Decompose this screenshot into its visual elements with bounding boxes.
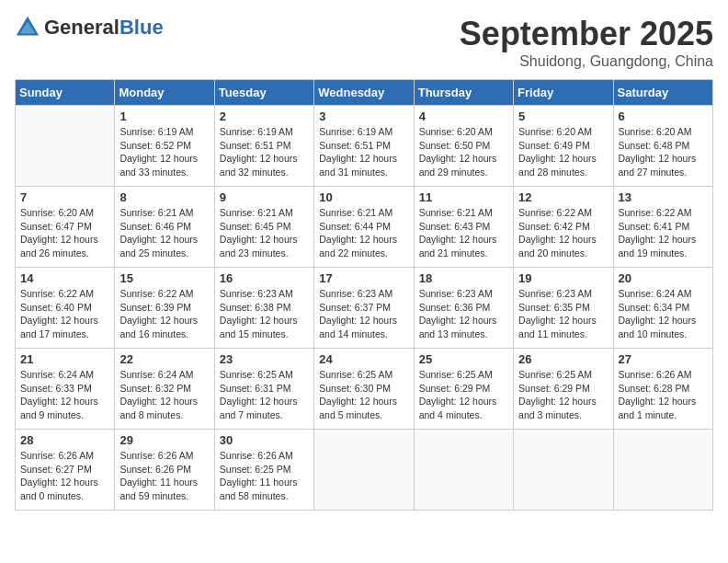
- calendar-cell: 9Sunrise: 6:21 AM Sunset: 6:45 PM Daylig…: [214, 187, 313, 268]
- day-info: Sunrise: 6:25 AM Sunset: 6:30 PM Dayligh…: [319, 368, 408, 422]
- day-number: 2: [220, 109, 309, 123]
- calendar-cell: [314, 430, 414, 511]
- day-info: Sunrise: 6:21 AM Sunset: 6:44 PM Dayligh…: [319, 206, 408, 260]
- day-number: 8: [119, 190, 209, 204]
- day-info: Sunrise: 6:24 AM Sunset: 6:33 PM Dayligh…: [20, 368, 109, 422]
- day-number: 11: [419, 190, 508, 204]
- day-info: Sunrise: 6:25 AM Sunset: 6:29 PM Dayligh…: [419, 368, 508, 422]
- day-number: 21: [20, 352, 109, 366]
- day-info: Sunrise: 6:26 AM Sunset: 6:28 PM Dayligh…: [619, 368, 708, 422]
- day-info: Sunrise: 6:22 AM Sunset: 6:40 PM Dayligh…: [20, 287, 109, 341]
- logo-general-text: General: [44, 17, 119, 38]
- calendar-week-row: 14Sunrise: 6:22 AM Sunset: 6:40 PM Dayli…: [16, 268, 713, 349]
- calendar-cell: 14Sunrise: 6:22 AM Sunset: 6:40 PM Dayli…: [16, 268, 115, 349]
- day-info: Sunrise: 6:23 AM Sunset: 6:37 PM Dayligh…: [319, 287, 408, 341]
- calendar-cell: 1Sunrise: 6:19 AM Sunset: 6:52 PM Daylig…: [115, 106, 214, 187]
- calendar-header-row: SundayMondayTuesdayWednesdayThursdayFrid…: [16, 80, 713, 106]
- weekday-header-thursday: Thursday: [414, 80, 513, 106]
- calendar-cell: [514, 430, 613, 511]
- calendar-cell: [414, 430, 513, 511]
- calendar-cell: 27Sunrise: 6:26 AM Sunset: 6:28 PM Dayli…: [613, 349, 712, 430]
- calendar-cell: [613, 430, 712, 511]
- day-number: 30: [220, 433, 309, 447]
- day-info: Sunrise: 6:26 AM Sunset: 6:27 PM Dayligh…: [20, 449, 109, 503]
- day-number: 4: [419, 109, 508, 123]
- day-info: Sunrise: 6:20 AM Sunset: 6:50 PM Dayligh…: [419, 125, 508, 179]
- day-info: Sunrise: 6:19 AM Sunset: 6:52 PM Dayligh…: [119, 125, 209, 179]
- calendar-week-row: 7Sunrise: 6:20 AM Sunset: 6:47 PM Daylig…: [16, 187, 713, 268]
- day-info: Sunrise: 6:24 AM Sunset: 6:34 PM Dayligh…: [619, 287, 708, 341]
- day-info: Sunrise: 6:26 AM Sunset: 6:25 PM Dayligh…: [220, 449, 309, 503]
- calendar-cell: 20Sunrise: 6:24 AM Sunset: 6:34 PM Dayli…: [613, 268, 712, 349]
- day-info: Sunrise: 6:22 AM Sunset: 6:39 PM Dayligh…: [119, 287, 209, 341]
- day-number: 1: [119, 109, 209, 123]
- day-info: Sunrise: 6:20 AM Sunset: 6:48 PM Dayligh…: [619, 125, 708, 179]
- page-location: Shuidong, Guangdong, China: [460, 53, 713, 70]
- weekday-header-wednesday: Wednesday: [314, 80, 414, 106]
- weekday-header-sunday: Sunday: [16, 80, 115, 106]
- day-info: Sunrise: 6:19 AM Sunset: 6:51 PM Dayligh…: [319, 125, 408, 179]
- day-number: 9: [220, 190, 309, 204]
- day-info: Sunrise: 6:20 AM Sunset: 6:49 PM Dayligh…: [518, 125, 608, 179]
- calendar-table: SundayMondayTuesdayWednesdayThursdayFrid…: [15, 79, 713, 511]
- calendar-cell: 7Sunrise: 6:20 AM Sunset: 6:47 PM Daylig…: [16, 187, 115, 268]
- day-number: 16: [220, 271, 309, 285]
- day-number: 25: [419, 352, 508, 366]
- day-info: Sunrise: 6:23 AM Sunset: 6:36 PM Dayligh…: [419, 287, 508, 341]
- calendar-week-row: 1Sunrise: 6:19 AM Sunset: 6:52 PM Daylig…: [16, 106, 713, 187]
- day-info: Sunrise: 6:22 AM Sunset: 6:42 PM Dayligh…: [518, 206, 608, 260]
- day-number: 13: [619, 190, 708, 204]
- day-info: Sunrise: 6:24 AM Sunset: 6:32 PM Dayligh…: [119, 368, 209, 422]
- day-info: Sunrise: 6:19 AM Sunset: 6:51 PM Dayligh…: [220, 125, 309, 179]
- day-number: 26: [518, 352, 608, 366]
- day-number: 23: [220, 352, 309, 366]
- day-number: 20: [619, 271, 708, 285]
- weekday-header-saturday: Saturday: [613, 80, 712, 106]
- day-number: 24: [319, 352, 408, 366]
- calendar-cell: 19Sunrise: 6:23 AM Sunset: 6:35 PM Dayli…: [514, 268, 613, 349]
- page-header: General Blue September 2025 Shuidong, Gu…: [15, 15, 713, 70]
- calendar-cell: 30Sunrise: 6:26 AM Sunset: 6:25 PM Dayli…: [214, 430, 313, 511]
- day-number: 18: [419, 271, 508, 285]
- day-number: 7: [20, 190, 109, 204]
- calendar-cell: 26Sunrise: 6:25 AM Sunset: 6:29 PM Dayli…: [514, 349, 613, 430]
- day-info: Sunrise: 6:23 AM Sunset: 6:35 PM Dayligh…: [518, 287, 608, 341]
- day-info: Sunrise: 6:21 AM Sunset: 6:43 PM Dayligh…: [419, 206, 508, 260]
- day-number: 14: [20, 271, 109, 285]
- day-number: 12: [518, 190, 608, 204]
- day-number: 10: [319, 190, 408, 204]
- logo: General Blue: [15, 15, 164, 40]
- calendar-cell: [16, 106, 115, 187]
- day-info: Sunrise: 6:25 AM Sunset: 6:31 PM Dayligh…: [220, 368, 309, 422]
- calendar-cell: 4Sunrise: 6:20 AM Sunset: 6:50 PM Daylig…: [414, 106, 513, 187]
- title-block: September 2025 Shuidong, Guangdong, Chin…: [460, 15, 713, 70]
- day-info: Sunrise: 6:21 AM Sunset: 6:45 PM Dayligh…: [220, 206, 309, 260]
- calendar-cell: 11Sunrise: 6:21 AM Sunset: 6:43 PM Dayli…: [414, 187, 513, 268]
- day-number: 6: [619, 109, 708, 123]
- calendar-cell: 5Sunrise: 6:20 AM Sunset: 6:49 PM Daylig…: [514, 106, 613, 187]
- day-number: 28: [20, 433, 109, 447]
- calendar-cell: 17Sunrise: 6:23 AM Sunset: 6:37 PM Dayli…: [314, 268, 414, 349]
- day-info: Sunrise: 6:26 AM Sunset: 6:26 PM Dayligh…: [119, 449, 209, 503]
- day-number: 27: [619, 352, 708, 366]
- logo-blue-text: Blue: [119, 17, 164, 38]
- day-info: Sunrise: 6:25 AM Sunset: 6:29 PM Dayligh…: [518, 368, 608, 422]
- weekday-header-tuesday: Tuesday: [214, 80, 313, 106]
- calendar-cell: 10Sunrise: 6:21 AM Sunset: 6:44 PM Dayli…: [314, 187, 414, 268]
- calendar-cell: 22Sunrise: 6:24 AM Sunset: 6:32 PM Dayli…: [115, 349, 214, 430]
- day-info: Sunrise: 6:20 AM Sunset: 6:47 PM Dayligh…: [20, 206, 109, 260]
- calendar-cell: 24Sunrise: 6:25 AM Sunset: 6:30 PM Dayli…: [314, 349, 414, 430]
- calendar-cell: 2Sunrise: 6:19 AM Sunset: 6:51 PM Daylig…: [214, 106, 313, 187]
- day-number: 5: [518, 109, 608, 123]
- calendar-cell: 6Sunrise: 6:20 AM Sunset: 6:48 PM Daylig…: [613, 106, 712, 187]
- day-info: Sunrise: 6:22 AM Sunset: 6:41 PM Dayligh…: [619, 206, 708, 260]
- calendar-cell: 13Sunrise: 6:22 AM Sunset: 6:41 PM Dayli…: [613, 187, 712, 268]
- day-number: 17: [319, 271, 408, 285]
- weekday-header-friday: Friday: [514, 80, 613, 106]
- calendar-cell: 29Sunrise: 6:26 AM Sunset: 6:26 PM Dayli…: [115, 430, 214, 511]
- day-info: Sunrise: 6:21 AM Sunset: 6:46 PM Dayligh…: [119, 206, 209, 260]
- calendar-cell: 8Sunrise: 6:21 AM Sunset: 6:46 PM Daylig…: [115, 187, 214, 268]
- calendar-cell: 23Sunrise: 6:25 AM Sunset: 6:31 PM Dayli…: [214, 349, 313, 430]
- calendar-week-row: 28Sunrise: 6:26 AM Sunset: 6:27 PM Dayli…: [16, 430, 713, 511]
- page-title: September 2025: [460, 15, 713, 53]
